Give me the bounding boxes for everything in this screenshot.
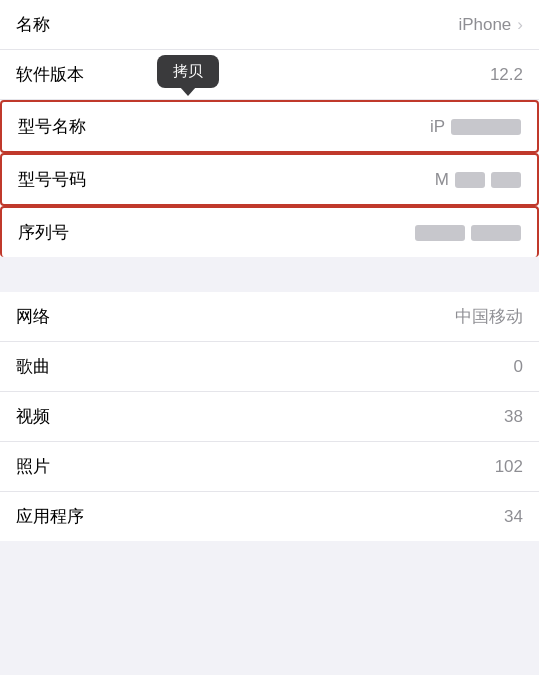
model-name-value-prefix: iP xyxy=(430,117,445,137)
software-version-label: 软件版本 xyxy=(16,63,84,86)
name-label: 名称 xyxy=(16,13,50,36)
apps-value: 34 xyxy=(504,507,523,527)
serial-row[interactable]: 序列号 xyxy=(0,206,539,257)
model-name-row[interactable]: 型号名称 iP 拷贝 xyxy=(0,100,539,153)
model-name-blurred xyxy=(451,119,521,135)
divider-1 xyxy=(0,257,539,292)
songs-row[interactable]: 歌曲 0 xyxy=(0,342,539,392)
apps-label: 应用程序 xyxy=(16,505,84,528)
software-version-row[interactable]: 软件版本 12.2 xyxy=(0,50,539,100)
software-version-value: 12.2 xyxy=(490,65,523,85)
model-number-row[interactable]: 型号号码 M xyxy=(0,153,539,206)
photos-label: 照片 xyxy=(16,455,50,478)
videos-row[interactable]: 视频 38 xyxy=(0,392,539,442)
network-value: 中国移动 xyxy=(455,305,523,328)
photos-value: 102 xyxy=(495,457,523,477)
model-number-blurred-2 xyxy=(491,172,521,188)
songs-value: 0 xyxy=(514,357,523,377)
model-name-label: 型号名称 xyxy=(18,115,86,138)
name-value: iPhone xyxy=(458,15,511,35)
name-chevron-icon: › xyxy=(517,15,523,35)
apps-row[interactable]: 应用程序 34 xyxy=(0,492,539,541)
serial-label: 序列号 xyxy=(18,221,69,244)
network-label: 网络 xyxy=(16,305,50,328)
usage-group: 网络 中国移动 歌曲 0 视频 38 照片 102 应用程序 34 xyxy=(0,292,539,541)
videos-label: 视频 xyxy=(16,405,50,428)
photos-row[interactable]: 照片 102 xyxy=(0,442,539,492)
songs-label: 歌曲 xyxy=(16,355,50,378)
network-row[interactable]: 网络 中国移动 xyxy=(0,292,539,342)
name-row[interactable]: 名称 iPhone › xyxy=(0,0,539,50)
model-number-blurred-1 xyxy=(455,172,485,188)
serial-blurred-1 xyxy=(415,225,465,241)
videos-value: 38 xyxy=(504,407,523,427)
model-number-value-prefix: M xyxy=(435,170,449,190)
settings-container: 名称 iPhone › 软件版本 12.2 型号名称 iP 拷贝 xyxy=(0,0,539,541)
model-number-label: 型号号码 xyxy=(18,168,86,191)
serial-blurred-2 xyxy=(471,225,521,241)
device-info-group: 名称 iPhone › 软件版本 12.2 型号名称 iP 拷贝 xyxy=(0,0,539,257)
